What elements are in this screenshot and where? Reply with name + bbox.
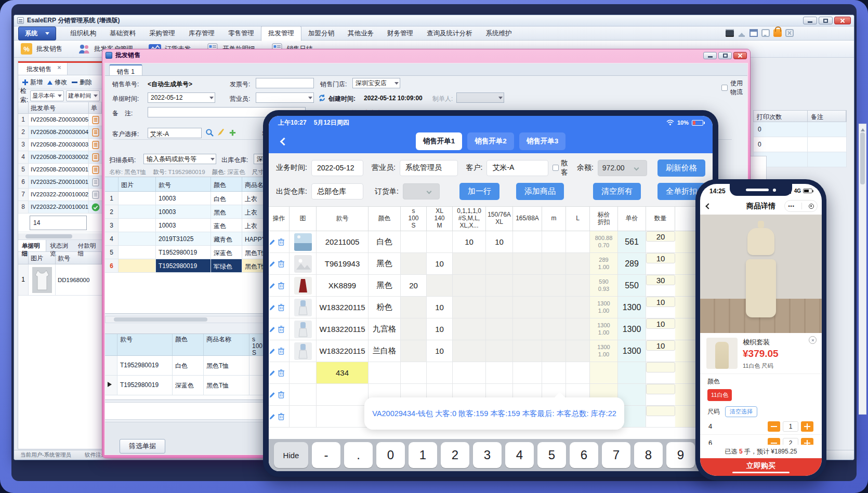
size-row[interactable]: T1952980019白色黑色T恤 <box>105 356 264 376</box>
size-qty-cell[interactable] <box>566 275 590 296</box>
delete-icon[interactable] <box>278 282 285 290</box>
size-qty-cell[interactable] <box>486 340 513 362</box>
key--[interactable]: - <box>312 442 340 468</box>
key-9[interactable]: 9 <box>666 442 695 468</box>
sync-icon[interactable] <box>317 93 326 102</box>
close-tab-icon[interactable] <box>58 66 61 70</box>
product-row[interactable]: W183220115兰白格101300 1.00130010 <box>269 340 713 362</box>
discount-cell[interactable]: 590 0.93 <box>590 275 618 296</box>
size-qty-cell[interactable]: 10 <box>453 231 486 252</box>
key-5[interactable]: 5 <box>537 442 566 468</box>
size-qty-cell[interactable] <box>401 253 427 274</box>
menu-system[interactable]: 系统 <box>18 26 56 41</box>
quantity-cell[interactable] <box>646 406 675 416</box>
customer-input[interactable]: 艾米-A <box>148 128 202 138</box>
key-7[interactable]: 7 <box>602 442 630 468</box>
warehouse-input[interactable]: 总部仓库 <box>311 183 363 199</box>
minus-button[interactable] <box>768 438 780 445</box>
key-4[interactable]: 4 <box>505 442 534 468</box>
product-row[interactable]: W183220115粉色101300 1.00130010 <box>269 297 713 318</box>
message-icon[interactable] <box>761 29 770 37</box>
size-qty-cell[interactable] <box>486 275 513 296</box>
size-qty-cell[interactable]: 20 <box>401 275 427 296</box>
edit-icon[interactable] <box>269 413 275 420</box>
size-qty-cell[interactable] <box>513 318 542 340</box>
product-row[interactable]: XK8899黑色20590 0.9355030 <box>269 275 713 297</box>
unit-price-cell[interactable] <box>618 362 646 383</box>
tab-order-detail[interactable]: 单据明细 <box>18 240 46 251</box>
size-qty-cell[interactable] <box>542 318 566 340</box>
size-qty-cell[interactable] <box>453 297 486 318</box>
order-select[interactable] <box>403 183 440 199</box>
logistics-checkbox[interactable]: 使用物流 <box>721 79 743 97</box>
size-qty-cell[interactable] <box>486 297 513 318</box>
code-cell[interactable]: 434 <box>317 362 369 383</box>
delete-icon[interactable] <box>278 369 285 377</box>
size-qty-cell[interactable] <box>453 275 486 296</box>
customer-input[interactable]: 艾米-A <box>486 160 548 176</box>
discount-cell[interactable]: 1300 1.00 <box>590 340 618 362</box>
code-cell[interactable]: W183220115 <box>317 318 369 340</box>
discount-cell[interactable]: 289 1.00 <box>590 253 618 274</box>
delete-icon[interactable] <box>278 260 285 268</box>
size-qty-cell[interactable] <box>513 231 542 252</box>
back-icon[interactable] <box>280 137 288 145</box>
walkin-checkbox[interactable]: 散客 <box>553 158 573 177</box>
delete-icon[interactable] <box>278 391 285 399</box>
size-qty-cell[interactable] <box>401 340 427 362</box>
menu-item-基础资料[interactable]: 基础资料 <box>103 26 142 41</box>
edit-icon[interactable] <box>269 304 275 311</box>
delete-icon[interactable] <box>278 325 285 334</box>
key-6[interactable]: 6 <box>570 442 598 468</box>
minimize-button[interactable] <box>803 17 817 24</box>
close-icon[interactable] <box>809 336 817 344</box>
size-qty-cell[interactable] <box>566 253 590 274</box>
quantity-cell[interactable]: 10 <box>646 340 675 351</box>
edit-cell[interactable]: 14 <box>30 216 87 230</box>
edit-icon[interactable] <box>269 282 275 289</box>
order-row[interactable]: 8IV220322-Z00010001 <box>18 201 102 214</box>
size-qty-cell[interactable] <box>542 362 566 383</box>
delete-icon[interactable] <box>278 238 285 246</box>
size-qty-cell[interactable] <box>486 253 513 274</box>
product-row[interactable]: 110003白色上衣 <box>105 192 264 205</box>
close-panel-icon[interactable] <box>785 29 794 37</box>
size-qty-cell[interactable] <box>566 362 590 383</box>
code-cell[interactable]: 20211005 <box>317 231 369 252</box>
menu-item-财务管理[interactable]: 财务管理 <box>380 26 420 41</box>
size-qty-cell[interactable] <box>453 318 486 340</box>
size-qty-cell[interactable] <box>513 275 542 296</box>
tab-销售开单3[interactable]: 销售开单3 <box>519 132 566 150</box>
tab-销售开单2[interactable]: 销售开单2 <box>467 132 514 150</box>
menu-item-库存管理[interactable]: 库存管理 <box>182 26 221 41</box>
edit-icon[interactable] <box>269 238 275 245</box>
size-qty-cell[interactable] <box>513 340 542 362</box>
size-qty-cell[interactable] <box>453 253 486 274</box>
buy-now-button[interactable]: 立即购买 <box>700 458 822 476</box>
doc-date-select[interactable]: 2022-05-12 <box>148 92 215 103</box>
brush-icon[interactable] <box>216 128 226 137</box>
salesman-input[interactable]: 系统管理员 <box>400 160 458 176</box>
menu-item-查询及统计分析[interactable]: 查询及统计分析 <box>420 26 479 41</box>
product-row[interactable]: 6T1952980019军绿色黑色T恤 <box>105 259 264 273</box>
calendar-icon[interactable] <box>749 29 758 37</box>
key-.[interactable]: . <box>344 442 373 468</box>
size-qty-cell[interactable] <box>542 297 566 318</box>
code-cell[interactable]: W183220115 <box>317 340 369 362</box>
unit-price-cell[interactable]: 1300 <box>618 318 646 340</box>
miniprogram-capsule[interactable]: ••• <box>784 200 818 212</box>
color-chip[interactable]: 11白色 <box>707 389 732 401</box>
quantity-cell[interactable]: 10 <box>646 297 675 307</box>
size-qty-cell[interactable] <box>542 275 566 296</box>
size-qty-cell[interactable] <box>513 362 542 383</box>
product-row[interactable]: 310003蓝色上衣 <box>105 219 264 232</box>
quantity-cell[interactable]: 20 <box>646 231 675 242</box>
edit-icon[interactable] <box>269 369 275 376</box>
size-qty-cell[interactable] <box>401 318 427 340</box>
delete-icon[interactable] <box>278 303 285 312</box>
size-qty-cell[interactable]: 10 <box>427 297 453 318</box>
menu-item-组织机构[interactable]: 组织机构 <box>63 26 103 41</box>
size-qty-cell[interactable]: 10 <box>486 231 513 252</box>
size-qty-cell[interactable] <box>513 253 542 274</box>
size-qty-cell[interactable] <box>427 362 453 383</box>
